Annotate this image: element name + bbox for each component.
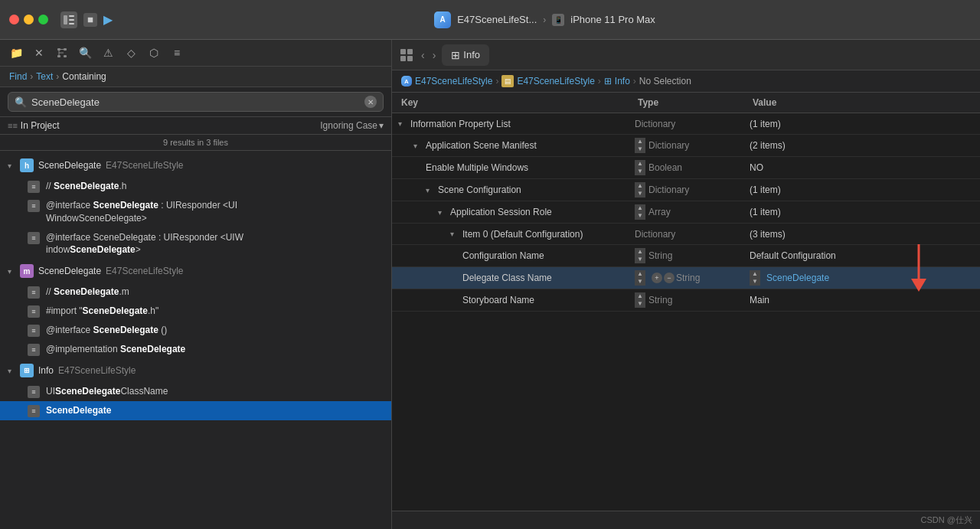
rbc-app-icon: A — [401, 76, 412, 87]
step-up[interactable]: ▲ — [635, 292, 645, 300]
group-arrow-info: ▾ — [8, 367, 15, 375]
warning-icon[interactable]: ⚠ — [100, 44, 116, 61]
plist-stepper[interactable]: ▲▼ — [635, 270, 645, 286]
expand-arrow-icon[interactable]: ▾ — [426, 186, 435, 194]
plist-row[interactable]: ▾ Scene Configuration ▲▼ Dictionary (1 i… — [392, 179, 980, 201]
step-up[interactable]: ▲ — [635, 270, 645, 278]
step-up[interactable]: ▲ — [750, 270, 760, 278]
file-icon: ≡ — [28, 344, 40, 356]
header-value: Value — [743, 97, 980, 108]
tab-info[interactable]: ⊞ Info — [442, 44, 489, 66]
tab-grid-icon[interactable] — [398, 47, 415, 64]
expand-arrow-icon[interactable]: ▾ — [450, 230, 459, 238]
plist-stepper[interactable]: ▲▼ — [635, 160, 645, 175]
value-stepper[interactable]: ▲▼ — [750, 270, 760, 286]
step-up[interactable]: ▲ — [635, 204, 645, 212]
filter-scope-label[interactable]: In Project — [21, 120, 60, 131]
bookmark-icon[interactable]: ◇ — [122, 44, 139, 61]
search-input[interactable] — [31, 96, 360, 108]
breadcrumb-containing[interactable]: Containing — [62, 71, 106, 82]
plist-row[interactable]: ▾ Item 0 (Default Configuration) Diction… — [392, 224, 980, 245]
fullscreen-button[interactable] — [38, 15, 48, 24]
breadcrumb-text[interactable]: Text — [36, 71, 53, 82]
plist-row[interactable]: Storyboard Name ▲▼ String Main — [392, 289, 980, 312]
minimize-button[interactable] — [24, 15, 34, 24]
step-down[interactable]: ▼ — [635, 212, 645, 220]
svg-rect-2 — [69, 19, 74, 21]
step-down[interactable]: ▼ — [750, 278, 760, 286]
result-text: UISceneDelegateClassName — [46, 385, 168, 398]
expand-arrow-icon[interactable]: ▾ — [398, 119, 407, 128]
search-clear-button[interactable]: ✕ — [364, 96, 377, 108]
step-up[interactable]: ▲ — [635, 138, 645, 145]
group-header-m[interactable]: ▾ m SceneDelegate E47SceneLifeStyle — [0, 260, 391, 282]
plist-row[interactable]: ▾ Application Scene Manifest ▲▼ Dictiona… — [392, 135, 980, 157]
folder-icon[interactable]: 📁 — [8, 44, 24, 61]
search-icon[interactable]: 🔍 — [77, 44, 93, 61]
step-down[interactable]: ▼ — [635, 278, 645, 286]
list-item[interactable]: ≡ @interface SceneDelegate : UIResponder… — [0, 228, 391, 260]
step-up[interactable]: ▲ — [635, 160, 645, 168]
list-item[interactable]: ≡ @implementation SceneDelegate — [0, 340, 391, 359]
plist-row-delegate-class-name[interactable]: Delegate Class Name ▲▼ + − String ▲▼ Sce… — [392, 267, 980, 289]
rbc-folder[interactable]: ▤ E47SceneLifeStyle — [501, 75, 594, 87]
plist-type: Dictionary — [629, 116, 743, 132]
hierarchy-icon[interactable] — [54, 44, 70, 61]
group-header-h[interactable]: ▾ h SceneDelegate E47SceneLifeStyle — [0, 154, 391, 177]
remove-action-icon[interactable]: − — [664, 273, 675, 283]
list-icon[interactable]: ≡ — [168, 44, 185, 61]
tabs-row: ‹ › ⊞ Info — [392, 40, 980, 70]
sidebar-toggle-icon[interactable] — [60, 11, 77, 28]
plist-row[interactable]: Configuration Name ▲▼ String Default Con… — [392, 245, 980, 267]
step-down[interactable]: ▼ — [635, 256, 645, 263]
step-up[interactable]: ▲ — [635, 248, 645, 256]
group-header-info[interactable]: ▾ ⊞ Info E47SceneLifeStyle — [0, 359, 391, 382]
plist-type: Dictionary — [629, 226, 743, 243]
list-item[interactable]: ≡ #import "SceneDelegate.h" — [0, 302, 391, 321]
plist-stepper[interactable]: ▲▼ — [635, 204, 645, 220]
tab-info-icon: ⊞ — [451, 49, 460, 61]
step-down[interactable]: ▼ — [635, 300, 645, 308]
close-source-icon[interactable]: ✕ — [31, 44, 47, 61]
list-item[interactable]: ≡ UISceneDelegateClassName — [0, 382, 391, 401]
file-icon: ≡ — [28, 405, 40, 417]
svg-rect-3 — [69, 23, 74, 24]
close-button[interactable] — [9, 15, 19, 24]
add-action-icon[interactable]: + — [652, 273, 662, 283]
plist-stepper[interactable]: ▲▼ — [635, 248, 645, 263]
nav-forward-button[interactable]: › — [430, 47, 439, 63]
step-down[interactable]: ▼ — [635, 145, 645, 153]
nav-back-button[interactable]: ‹ — [418, 47, 428, 63]
step-down[interactable]: ▼ — [635, 168, 645, 175]
expand-arrow-icon[interactable]: ▾ — [438, 208, 447, 217]
plist-stepper[interactable]: ▲▼ — [635, 292, 645, 308]
list-item-selected[interactable]: ≡ SceneDelegate — [0, 401, 391, 420]
plist-row[interactable]: ▾ Information Property List Dictionary (… — [392, 113, 980, 135]
traffic-lights — [9, 15, 48, 24]
stop-button[interactable]: ■ — [83, 13, 97, 27]
key-text: Information Property List — [410, 119, 511, 129]
plist-table[interactable]: Key Type Value ▾ Information Property Li… — [392, 93, 980, 511]
group-badge-m: m — [20, 264, 34, 278]
step-up[interactable]: ▲ — [635, 182, 645, 190]
results-list[interactable]: ▾ h SceneDelegate E47SceneLifeStyle ≡ //… — [0, 151, 391, 529]
svg-rect-14 — [407, 56, 413, 61]
play-button[interactable]: ▶ — [103, 12, 113, 27]
rbc-info[interactable]: ⊞ Info — [604, 76, 630, 87]
list-item[interactable]: ≡ @interface SceneDelegate () — [0, 321, 391, 340]
expand-arrow-icon[interactable]: ▾ — [413, 142, 423, 150]
breadcrumb-find[interactable]: Find — [9, 71, 27, 82]
tag-icon[interactable]: ⬡ — [145, 44, 162, 61]
plist-stepper[interactable]: ▲▼ — [635, 138, 645, 153]
plist-row[interactable]: Enable Multiple Windows ▲▼ Boolean NO — [392, 157, 980, 179]
step-down[interactable]: ▼ — [635, 190, 645, 198]
list-item[interactable]: ≡ // SceneDelegate.h — [0, 177, 391, 196]
nav-arrows: ‹ › — [418, 47, 439, 63]
list-item[interactable]: ≡ @interface SceneDelegate : UIResponder… — [0, 196, 391, 228]
rbc-app[interactable]: A E47SceneLifeStyle — [401, 76, 492, 87]
list-item[interactable]: ≡ // SceneDelegate.m — [0, 282, 391, 302]
key-text: Storyboard Name — [462, 295, 534, 305]
filter-case-selector[interactable]: Ignoring Case ▾ — [320, 120, 384, 131]
plist-row[interactable]: ▾ Application Session Role ▲▼ Array (1 i… — [392, 201, 980, 224]
plist-stepper[interactable]: ▲▼ — [635, 182, 645, 198]
